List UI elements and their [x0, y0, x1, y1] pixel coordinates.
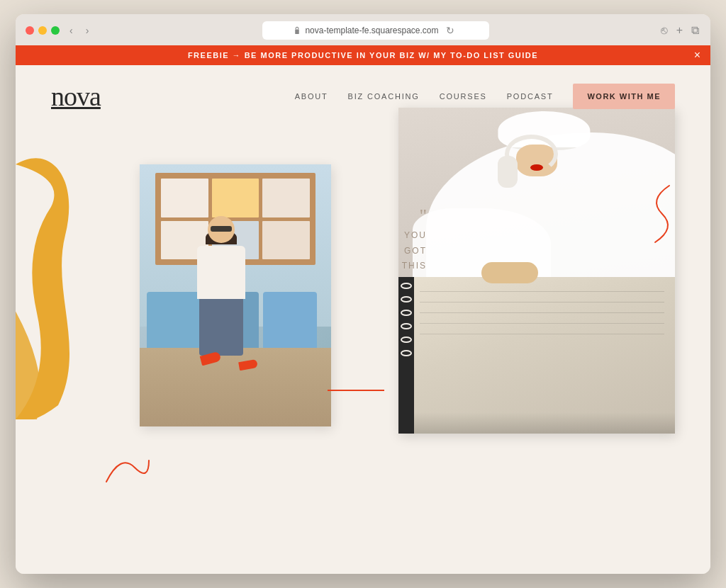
- spiral-5: [401, 337, 412, 343]
- chair-1: [147, 292, 201, 353]
- url-text: nova-template-fe.squarespace.com: [305, 26, 438, 35]
- notebook-lines: [420, 291, 664, 334]
- squiggle-right-decoration: [634, 179, 676, 249]
- chair-3: [263, 292, 317, 353]
- notebook-shadow: [398, 412, 675, 434]
- red-connector-line: [328, 390, 384, 391]
- photo-left: [140, 164, 331, 426]
- quote-line-1: YOU: [402, 228, 427, 244]
- site-logo[interactable]: nova: [51, 81, 101, 112]
- photo-right-inner: [398, 108, 675, 434]
- quote-line-2: GOT: [402, 244, 427, 259]
- person-head: [208, 216, 235, 243]
- quote-text: YOU GOT THIS: [402, 228, 427, 274]
- svg-rect-0: [296, 30, 300, 34]
- jeans: [199, 299, 243, 356]
- nb-line-3: [420, 312, 664, 313]
- spiral-3: [401, 310, 412, 316]
- cork-note-6: [262, 221, 310, 260]
- squiggle-left-decoration: [99, 446, 156, 489]
- nb-line-4: [420, 323, 664, 324]
- cork-note-2: [212, 179, 259, 217]
- traffic-lights: [26, 26, 60, 35]
- shirt: [197, 246, 245, 299]
- reload-button[interactable]: ↻: [443, 23, 457, 38]
- browser-actions: ⎋ + ⧉: [659, 23, 700, 38]
- site-header: nova ABOUT BIZ COACHING COURSES PODCAST …: [16, 65, 710, 119]
- photo-left-inner: [140, 164, 331, 426]
- promo-banner: FREEBIE → BE MORE PRODUCTIVE IN YOUR BIZ…: [16, 45, 710, 65]
- person: [197, 216, 245, 356]
- spiral-binding: [398, 277, 414, 434]
- photos-area: " YOU GOT THIS: [16, 129, 710, 574]
- spiral-1: [401, 283, 412, 289]
- sunglasses: [211, 226, 232, 232]
- spiral-2: [401, 296, 412, 303]
- browser-window: ‹ › nova-template-fe.squarespace.com ↻ ⎋…: [16, 14, 710, 574]
- banner-text: FREEBIE → BE MORE PRODUCTIVE IN YOUR BIZ…: [188, 51, 538, 60]
- nav-courses[interactable]: COURSES: [440, 92, 487, 101]
- forward-button[interactable]: ›: [83, 23, 92, 38]
- cork-note-3: [262, 179, 310, 217]
- back-button[interactable]: ‹: [67, 23, 76, 38]
- banner-close-button[interactable]: ×: [694, 50, 700, 61]
- site-nav: ABOUT BIZ COACHING COURSES PODCAST WORK …: [295, 84, 675, 109]
- cork-note-1: [161, 179, 208, 217]
- address-bar[interactable]: nova-template-fe.squarespace.com ↻: [262, 21, 489, 40]
- fullscreen-traffic-light[interactable]: [51, 26, 60, 35]
- phone-receiver: [498, 156, 518, 188]
- notebook: [398, 277, 675, 434]
- share-button[interactable]: ⎋: [659, 23, 669, 38]
- close-traffic-light[interactable]: [26, 26, 34, 35]
- browser-chrome: ‹ › nova-template-fe.squarespace.com ↻ ⎋…: [16, 14, 710, 45]
- nb-line-5: [420, 334, 664, 334]
- nb-line-1: [420, 291, 664, 292]
- hands: [481, 262, 538, 283]
- lock-icon: [294, 26, 301, 35]
- spiral-6: [401, 350, 412, 356]
- floor: [140, 348, 331, 426]
- spiral-4: [401, 323, 412, 329]
- photo-right: [398, 108, 675, 434]
- address-bar-container: nova-template-fe.squarespace.com ↻: [99, 21, 652, 40]
- nav-about[interactable]: ABOUT: [295, 92, 328, 101]
- minimize-traffic-light[interactable]: [38, 26, 47, 35]
- nav-biz-coaching[interactable]: BIZ COACHING: [348, 92, 420, 101]
- nav-podcast[interactable]: PODCAST: [507, 92, 554, 101]
- nb-line-2: [420, 302, 664, 303]
- quote-area: " YOU GOT THIS: [402, 207, 427, 274]
- site-content: nova ABOUT BIZ COACHING COURSES PODCAST …: [16, 65, 710, 574]
- work-with-me-button[interactable]: WORK WITH ME: [573, 84, 675, 109]
- quote-mark: ": [402, 207, 427, 225]
- duplicate-button[interactable]: ⧉: [690, 23, 700, 38]
- new-tab-button[interactable]: +: [675, 23, 684, 38]
- quote-line-3: THIS: [402, 259, 427, 274]
